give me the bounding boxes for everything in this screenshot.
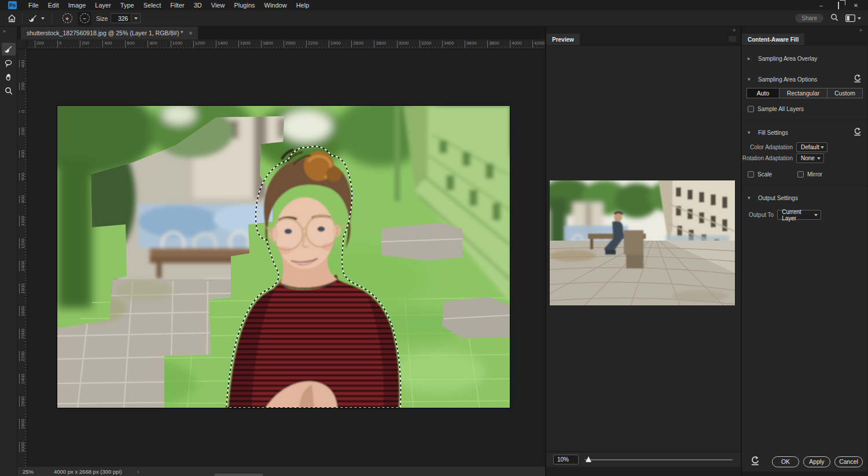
- color-adaptation-label: Color Adaptation: [742, 144, 793, 150]
- section-sampling-area-overlay[interactable]: ▸ Sampling Area Overlay: [742, 53, 867, 64]
- add-to-sampling-icon[interactable]: +: [60, 12, 74, 25]
- section-sampling-area-options[interactable]: ▾ Sampling Area Options: [742, 73, 867, 85]
- preview-image[interactable]: [550, 180, 735, 305]
- menu-view[interactable]: View: [207, 1, 230, 9]
- document-close-icon[interactable]: ×: [189, 30, 192, 36]
- mirror-checkbox[interactable]: [797, 171, 804, 178]
- section-output-settings[interactable]: ▾ Output Settings: [742, 192, 867, 204]
- document-image[interactable]: [57, 106, 510, 408]
- preview-zoom-slider-thumb[interactable]: [586, 456, 591, 462]
- horizontal-ruler: 2000200400600800100012001400160018002000…: [27, 39, 545, 49]
- menu-edit[interactable]: Edit: [43, 1, 64, 9]
- share-button[interactable]: Share: [795, 14, 823, 23]
- restore-icon[interactable]: [832, 2, 845, 9]
- ruler-label: 1000: [171, 40, 183, 47]
- ruler-label: 200: [19, 83, 25, 90]
- reset-fill-settings-icon[interactable]: [853, 127, 862, 138]
- section-overlay-title: Sampling Area Overlay: [758, 56, 817, 62]
- brush-size-dropdown[interactable]: [131, 13, 141, 23]
- subtract-from-sampling-icon[interactable]: −: [78, 12, 91, 25]
- caf-collapse-icon[interactable]: »: [859, 27, 863, 33]
- ruler-label: 1000: [19, 216, 25, 226]
- menu-file[interactable]: File: [24, 1, 43, 9]
- document-tab[interactable]: shutterstock_1827560918.jpg @ 25% (Layer…: [21, 27, 198, 39]
- toolstrip-collapse-icon[interactable]: »: [0, 27, 6, 38]
- sampling-brush-tool[interactable]: [2, 43, 16, 56]
- sampling-brush-icon[interactable]: [26, 12, 40, 25]
- rotation-adaptation-select[interactable]: None: [796, 153, 824, 163]
- canvas-viewport[interactable]: [27, 49, 545, 466]
- ruler-label: 200: [35, 40, 44, 47]
- status-doc-info: 4000 px x 2668 px (300 ppi): [54, 468, 122, 475]
- menu-help[interactable]: Help: [292, 1, 314, 9]
- document-statusbar: 25% 4000 px x 2668 px (300 ppi) ›: [17, 466, 545, 476]
- menu-plugins[interactable]: Plugins: [229, 1, 259, 9]
- mirror-row[interactable]: Mirror: [792, 169, 828, 179]
- chevron-down-icon[interactable]: ▾: [748, 130, 756, 135]
- reset-sampling-options-icon[interactable]: [853, 74, 862, 85]
- home-icon[interactable]: [5, 12, 19, 25]
- workspace-chevron-icon[interactable]: [858, 17, 861, 20]
- brush-size-input[interactable]: 326: [111, 13, 131, 23]
- preview-panel-menu-icon[interactable]: [729, 36, 736, 42]
- close-icon[interactable]: ✕: [849, 2, 862, 9]
- chevron-down-icon[interactable]: ▾: [748, 76, 756, 82]
- auto-button[interactable]: Auto: [746, 88, 779, 98]
- ruler-label: 1800: [19, 306, 25, 316]
- scale-row[interactable]: Scale: [742, 169, 792, 179]
- lasso-tool[interactable]: [2, 57, 16, 69]
- caf-tab[interactable]: Content-Aware Fill: [742, 34, 804, 45]
- ruler-label: 1200: [19, 238, 25, 249]
- tool-strip: »: [0, 27, 17, 476]
- scale-checkbox[interactable]: [748, 171, 754, 178]
- window-controls: – ✕: [815, 2, 868, 9]
- section-fill-settings[interactable]: ▾ Fill Settings: [742, 127, 867, 138]
- hand-tool[interactable]: [2, 71, 16, 83]
- reset-all-icon[interactable]: [750, 456, 760, 468]
- preview-collapse-icon[interactable]: »: [733, 27, 736, 33]
- sample-all-layers-label: Sample All Layers: [757, 106, 804, 112]
- menu-type[interactable]: Type: [116, 1, 139, 9]
- menu-layer[interactable]: Layer: [90, 1, 116, 9]
- scale-label: Scale: [757, 171, 772, 178]
- zoom-tool[interactable]: [2, 84, 16, 97]
- ruler-label: 200: [80, 40, 89, 47]
- chevron-down-icon[interactable]: ▾: [748, 195, 756, 201]
- menu-select[interactable]: Select: [139, 1, 166, 9]
- rotation-adaptation-row: Rotation Adaptation None: [742, 153, 867, 164]
- custom-button[interactable]: Custom: [827, 88, 863, 98]
- sample-all-layers-row[interactable]: Sample All Layers: [742, 104, 867, 113]
- menu-3d[interactable]: 3D: [189, 1, 207, 9]
- output-to-select[interactable]: Current Layer: [777, 210, 821, 220]
- photoshop-window: Ps File Edit Image Layer Type Select Fil…: [0, 0, 868, 476]
- cancel-button[interactable]: Cancel: [834, 456, 863, 467]
- brush-options-chevron-icon[interactable]: [41, 17, 45, 20]
- horizontal-scrollbar[interactable]: [214, 474, 263, 476]
- status-zoom-level[interactable]: 25%: [23, 468, 46, 475]
- preview-zoom-slider[interactable]: [584, 455, 733, 464]
- ruler-label: 4000: [510, 40, 522, 47]
- workspace-icon[interactable]: [845, 14, 861, 22]
- menu-filter[interactable]: Filter: [165, 1, 189, 9]
- minimize-icon[interactable]: –: [815, 2, 827, 9]
- menu-image[interactable]: Image: [64, 1, 91, 9]
- rectangular-button[interactable]: Rectangular: [779, 88, 827, 98]
- sample-all-layers-checkbox[interactable]: [748, 106, 754, 112]
- menu-window[interactable]: Window: [260, 1, 292, 9]
- preview-tab[interactable]: Preview: [546, 34, 580, 45]
- status-chevron-icon[interactable]: ›: [137, 468, 139, 475]
- document-area: shutterstock_1827560918.jpg @ 25% (Layer…: [17, 27, 545, 476]
- options-bar: + − Size 326 Share: [0, 10, 868, 27]
- ruler-label: 1600: [19, 283, 25, 294]
- search-icon[interactable]: [830, 13, 838, 24]
- ruler-label: 400: [102, 40, 112, 47]
- size-label: Size: [96, 15, 108, 22]
- ruler-label: 2800: [374, 40, 386, 47]
- chevron-right-icon[interactable]: ▸: [748, 56, 756, 61]
- color-adaptation-select[interactable]: Default: [796, 142, 827, 152]
- ruler-label: 1400: [216, 40, 228, 47]
- ok-button[interactable]: OK: [772, 456, 799, 467]
- preview-zoom-input[interactable]: 10%: [553, 455, 579, 464]
- preview-panel: » Preview: [546, 27, 741, 476]
- apply-button[interactable]: Apply: [803, 456, 830, 467]
